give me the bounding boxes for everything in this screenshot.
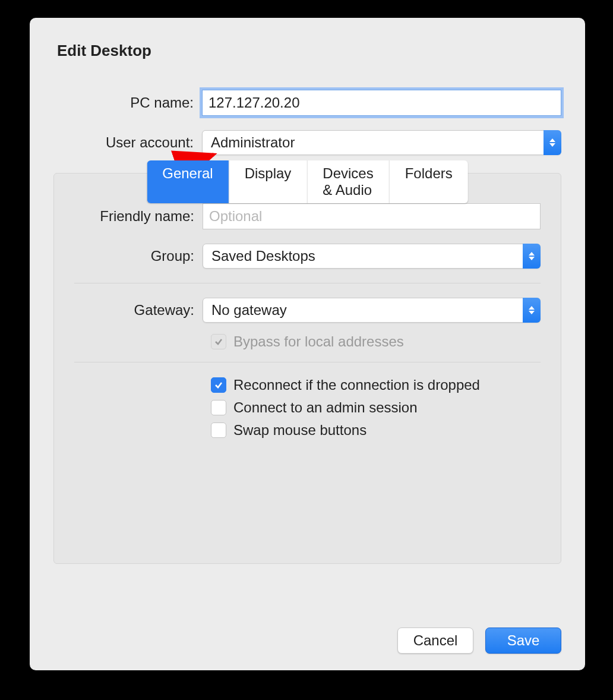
admin-session-checkbox[interactable] <box>211 400 226 415</box>
gateway-select[interactable]: No gateway <box>203 298 541 323</box>
admin-session-label: Connect to an admin session <box>233 399 418 416</box>
tab-devices-audio[interactable]: Devices & Audio <box>307 160 389 203</box>
tab-panel: General Display Devices & Audio Folders … <box>53 173 561 564</box>
swap-mouse-checkbox[interactable] <box>211 422 226 438</box>
user-account-select[interactable]: Administrator <box>202 130 561 155</box>
user-account-value: Administrator <box>211 134 295 151</box>
edit-desktop-dialog: Edit Desktop PC name: User account: Admi… <box>30 18 585 670</box>
gateway-value: No gateway <box>211 302 287 319</box>
bypass-checkbox <box>211 334 226 349</box>
pc-name-label: PC name: <box>53 94 202 111</box>
friendly-name-label: Friendly name: <box>74 208 203 225</box>
bypass-label: Bypass for local addresses <box>233 333 404 350</box>
tab-general[interactable]: General <box>147 160 229 203</box>
pc-name-input[interactable] <box>202 90 561 116</box>
reconnect-label: Reconnect if the connection is dropped <box>233 377 480 393</box>
divider <box>74 362 541 362</box>
user-account-label: User account: <box>53 134 202 151</box>
gateway-label: Gateway: <box>74 302 203 319</box>
save-button[interactable]: Save <box>485 628 561 654</box>
friendly-name-input[interactable] <box>203 203 541 229</box>
updown-icon <box>523 298 541 323</box>
dialog-title: Edit Desktop <box>57 42 561 60</box>
divider <box>74 283 541 283</box>
tab-display[interactable]: Display <box>229 160 308 203</box>
swap-mouse-label: Swap mouse buttons <box>233 422 366 439</box>
updown-icon <box>544 130 561 155</box>
reconnect-checkbox[interactable] <box>211 377 226 393</box>
updown-icon <box>523 244 541 269</box>
tabs: General Display Devices & Audio Folders <box>147 160 467 203</box>
tab-folders[interactable]: Folders <box>390 160 468 203</box>
group-label: Group: <box>74 248 203 264</box>
group-value: Saved Desktops <box>211 248 315 264</box>
cancel-button[interactable]: Cancel <box>397 628 473 654</box>
group-select[interactable]: Saved Desktops <box>203 244 541 269</box>
